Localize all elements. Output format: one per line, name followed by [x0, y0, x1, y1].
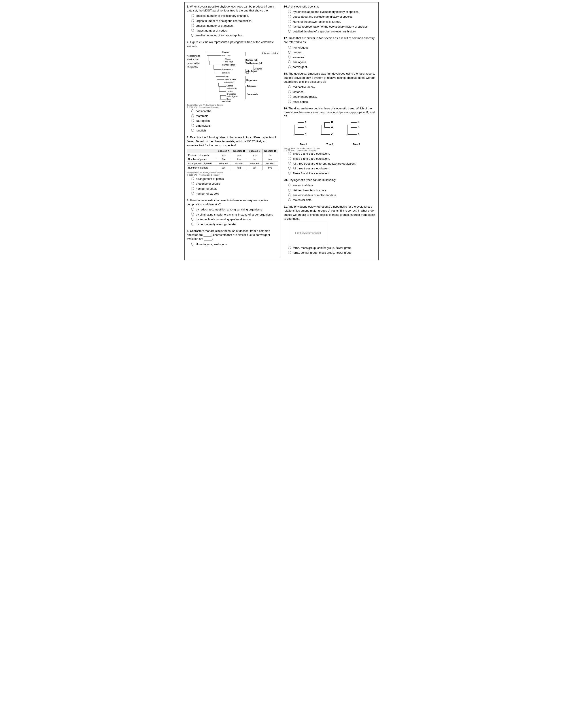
radio-icon[interactable] [288, 184, 291, 186]
q3-option-1[interactable]: arrangement of petals [191, 177, 278, 181]
radio-icon[interactable] [288, 46, 291, 49]
q2-option-1[interactable]: coelacanths [191, 109, 278, 113]
svg-text:Jawless fish: Jawless fish [246, 59, 257, 61]
q4-option-1[interactable]: by reducing competition among surviving … [191, 208, 278, 212]
radio-icon[interactable] [288, 198, 291, 201]
q19-option-4[interactable]: All three trees are equivalent. [288, 167, 376, 171]
radio-icon[interactable] [191, 34, 194, 37]
svg-text:Lampreys: Lampreys [222, 54, 231, 57]
radio-icon[interactable] [191, 119, 194, 122]
q1-option-5[interactable]: smallest number of synapomorphies. [191, 34, 278, 38]
question-21: 21. The phylogeny below represents a hyp… [284, 205, 376, 255]
radio-icon[interactable] [288, 85, 291, 88]
svg-text:B: B [305, 126, 307, 128]
radio-icon[interactable] [191, 109, 194, 112]
radio-icon[interactable] [191, 29, 194, 32]
q20-option-4[interactable]: molecular data. [288, 198, 376, 202]
option-label: anatomical data or molecular data. [293, 193, 337, 197]
radio-icon[interactable] [288, 162, 291, 165]
radio-icon[interactable] [191, 223, 194, 225]
radio-icon[interactable] [288, 10, 291, 13]
svg-text:Turtles: Turtles [226, 90, 233, 92]
q16-option-4[interactable]: factual representation of the evolutiona… [288, 25, 376, 29]
radio-icon[interactable] [191, 192, 194, 195]
q4-option-3[interactable]: by immediately increasing species divers… [191, 218, 278, 221]
svg-text:and snakes: and snakes [226, 87, 237, 90]
radio-icon[interactable] [191, 208, 194, 211]
radio-icon[interactable] [191, 187, 194, 190]
q1-option-3[interactable]: smallest number of branches. [191, 24, 278, 28]
q18-option-4[interactable]: fossil series. [288, 100, 376, 104]
radio-icon[interactable] [288, 189, 291, 191]
radio-icon[interactable] [288, 90, 291, 93]
radio-icon[interactable] [191, 182, 194, 185]
radio-icon[interactable] [288, 100, 291, 103]
radio-icon[interactable] [288, 246, 291, 249]
q21-option-1[interactable]: ferns, moss group, conifer group, flower… [288, 246, 376, 250]
radio-icon[interactable] [288, 65, 291, 68]
radio-icon[interactable] [288, 60, 291, 63]
q17-option-1[interactable]: homologous. [288, 46, 376, 50]
q20-option-2[interactable]: visible characteristics only. [288, 188, 376, 192]
radio-icon[interactable] [288, 51, 291, 54]
radio-icon[interactable] [288, 95, 291, 98]
trait-name: Number of carpels [187, 166, 216, 170]
q18-option-1[interactable]: radioactive decay. [288, 85, 376, 89]
radio-icon[interactable] [288, 25, 291, 28]
q5-option-1[interactable]: Homologous; analogous [191, 242, 278, 246]
option-label: ferns, conifer group, moss group, flower… [293, 251, 352, 255]
q2-option-2[interactable]: mammals [191, 114, 278, 118]
q16-option-5[interactable]: detailed timeline of a species' evolutio… [288, 30, 376, 34]
q19-option-1[interactable]: Trees 2 and 3 are equivalent. [288, 152, 376, 156]
q2-option-3[interactable]: sauropsids [191, 119, 278, 123]
q18-option-3[interactable]: sedimentary rocks. [288, 95, 376, 99]
radio-icon[interactable] [288, 172, 291, 174]
radio-icon[interactable] [191, 177, 194, 180]
q16-option-2[interactable]: guess about the evolutionary history of … [288, 15, 376, 19]
radio-icon[interactable] [191, 124, 194, 127]
radio-icon[interactable] [288, 152, 291, 155]
radio-icon[interactable] [191, 24, 194, 27]
q17-option-4[interactable]: analogous. [288, 60, 376, 64]
q20-option-3[interactable]: anatomical data or molecular data. [288, 193, 376, 197]
radio-icon[interactable] [191, 14, 194, 17]
radio-icon[interactable] [288, 30, 291, 33]
q1-option-4[interactable]: largest number of nodes. [191, 29, 278, 33]
q19-option-5[interactable]: Trees 1 and 2 are equivalent. [288, 171, 376, 175]
radio-icon[interactable] [191, 129, 194, 132]
q3-option-2[interactable]: presence of sepals [191, 182, 278, 186]
q1-option-1[interactable]: smallest number of evolutionary changes. [191, 14, 278, 18]
q3-option-4[interactable]: number of carpels [191, 192, 278, 196]
radio-icon[interactable] [288, 193, 291, 196]
tree-3-label: Tree 3 [353, 143, 360, 146]
radio-icon[interactable] [288, 157, 291, 160]
q17-option-3[interactable]: ancestral. [288, 55, 376, 59]
q21-option-2[interactable]: ferns, conifer group, moss group, flower… [288, 251, 376, 255]
radio-icon[interactable] [191, 114, 194, 117]
question-2: 2. Figure 23.2 below represents a phylog… [187, 40, 278, 133]
q16-option-1[interactable]: hypothesis about the evolutionary histor… [288, 10, 376, 14]
q18-option-2[interactable]: isotopes. [288, 90, 376, 94]
q2-option-4[interactable]: amphibians [191, 124, 278, 128]
q17-option-5[interactable]: convergent. [288, 65, 376, 69]
q4-option-4[interactable]: by permanently altering climate [191, 222, 278, 226]
radio-icon[interactable] [288, 167, 291, 170]
q3-option-3[interactable]: number of petals [191, 187, 278, 191]
q20-option-1[interactable]: anatomical data. [288, 183, 376, 187]
radio-icon[interactable] [288, 251, 291, 254]
radio-icon[interactable] [191, 243, 194, 246]
radio-icon[interactable] [191, 218, 194, 221]
q1-option-2[interactable]: largest number of analogous characterist… [191, 19, 278, 23]
radio-icon[interactable] [191, 19, 194, 22]
radio-icon[interactable] [191, 213, 194, 216]
q2-option-5[interactable]: lungfish [191, 129, 278, 133]
q19-option-3[interactable]: All three trees are different: no two ar… [288, 162, 376, 166]
cell: whorled [231, 161, 247, 166]
q19-option-2[interactable]: Trees 1 and 3 are equivalent. [288, 157, 376, 161]
radio-icon[interactable] [288, 15, 291, 18]
q17-option-2[interactable]: derived. [288, 51, 376, 54]
radio-icon[interactable] [288, 56, 291, 58]
radio-icon[interactable] [288, 20, 291, 23]
q4-option-2[interactable]: by eliminating smaller organisms instead… [191, 213, 278, 217]
q16-option-3[interactable]: None of the answer options is correct. [288, 20, 376, 24]
